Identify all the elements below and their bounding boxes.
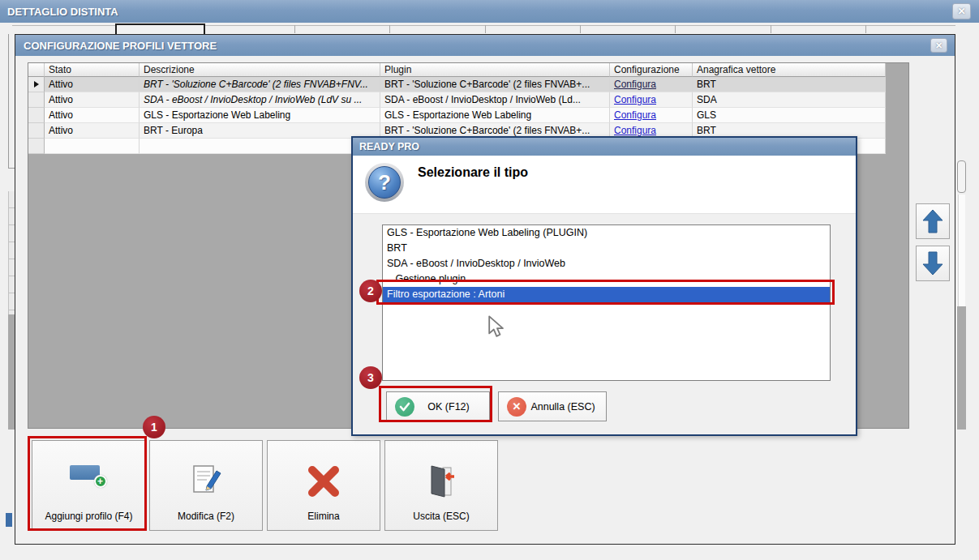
header-selector [28, 63, 45, 77]
delete-label: Elimina [307, 511, 339, 522]
header-stato[interactable]: Stato [45, 63, 140, 77]
listbox-option-selected[interactable]: Filtro esportazione : Artoni [383, 287, 830, 302]
type-listbox[interactable]: GLS - Esportazione Web Labeling (PLUGIN)… [382, 224, 831, 381]
cancel-label: Annulla (ESC) [526, 401, 606, 413]
background-button-fragment [6, 513, 12, 527]
ok-button[interactable]: OK (F12) [386, 391, 490, 421]
config-dialog-title: CONFIGURAZIONE PROFILI VETTORE [24, 40, 217, 52]
cancel-button[interactable]: ✕ Annulla (ESC) [498, 391, 607, 421]
edit-icon [189, 464, 223, 501]
tab-separator [580, 25, 581, 33]
question-icon: ? [365, 163, 404, 202]
window-titlebar: DETTAGLIO DISTINTA [0, 0, 979, 23]
add-profile-button[interactable]: + Aggiungi profilo (F4) [32, 440, 146, 531]
arrow-down-icon [921, 251, 944, 276]
modal-header: ? Selezionare il tipo [353, 156, 856, 214]
arrow-up-icon [921, 209, 944, 233]
cell-empty [45, 139, 140, 154]
cell-descrizione: BRT - Europa [140, 123, 380, 139]
check-icon [395, 397, 414, 417]
cell-configurazione: Configura [610, 92, 693, 108]
edit-button[interactable]: Modifica (F2) [149, 440, 263, 531]
background-panel-edge [8, 34, 9, 169]
annotation-badge-3: 3 [359, 366, 382, 389]
move-up-button[interactable] [916, 203, 950, 239]
cell-configurazione: Configura [610, 108, 693, 123]
cell-plugin: GLS - Esportazione Web Labeling [380, 108, 610, 123]
cell-stato: Attivo [45, 108, 140, 123]
exit-label: Uscita (ESC) [413, 511, 469, 522]
ok-label: OK (F12) [414, 401, 489, 413]
configura-link[interactable]: Configura [614, 125, 656, 136]
listbox-option[interactable]: BRT [383, 241, 830, 256]
cell-stato: Attivo [45, 77, 140, 92]
table-row[interactable]: Attivo GLS - Esportazione Web Labeling G… [28, 108, 908, 123]
ready-pro-modal: READY PRO ? Selezionare il tipo GLS - Es… [351, 136, 857, 436]
row-selector-cell[interactable] [28, 123, 45, 139]
cell-anagrafica: GLS [693, 108, 886, 123]
background-active-tab[interactable] [115, 24, 205, 34]
listbox-option[interactable]: SDA - eBoost / InvioDesktop / InvioWeb [383, 256, 830, 271]
table-row[interactable]: Attivo SDA - eBoost / InvioDesktop / Inv… [28, 92, 908, 108]
cancel-x-icon: ✕ [507, 397, 526, 417]
background-scrollbar-track [958, 195, 965, 306]
exit-door-icon [425, 464, 457, 502]
delete-x-icon [306, 464, 341, 502]
modal-titlebar: READY PRO [353, 138, 856, 156]
header-anagrafica-vettore[interactable]: Anagrafica vettore [693, 63, 886, 77]
cell-anagrafica: BRT [693, 77, 886, 92]
background-grid-fragment [957, 306, 966, 430]
current-row-marker-icon [34, 81, 39, 88]
modal-prompt: Selezionare il tipo [418, 165, 528, 180]
cell-stato: Attivo [45, 123, 140, 139]
tab-separator [389, 25, 390, 33]
tab-separator [485, 25, 486, 33]
add-profile-icon: + [70, 464, 109, 488]
window-close-button[interactable]: ✕ [952, 3, 971, 19]
listbox-option[interactable]: ...Gestione plugin [383, 271, 830, 287]
cell-descrizione: BRT - 'Soluzione C+Barcode' (2 files FNV… [140, 77, 380, 92]
header-descrizione[interactable]: Descrizione [140, 63, 380, 77]
tab-separator [675, 25, 676, 33]
cell-descrizione: GLS - Esportazione Web Labeling [140, 108, 380, 123]
header-configurazione[interactable]: Configurazione [610, 63, 693, 77]
configura-link[interactable]: Configura [614, 94, 656, 105]
configura-link[interactable]: Configura [614, 79, 656, 90]
tab-separator [771, 25, 771, 33]
window-title: DETTAGLIO DISTINTA [7, 6, 118, 18]
configura-link[interactable]: Configura [614, 109, 656, 121]
modal-title: READY PRO [359, 141, 419, 152]
row-selector-cell[interactable] [28, 139, 45, 154]
config-dialog-close-button[interactable]: ✕ [930, 38, 947, 53]
row-selector-cell[interactable] [28, 77, 45, 92]
table-header-row: Stato Descrizione Plugin Configurazione … [28, 63, 908, 77]
delete-button[interactable]: Elimina [267, 440, 380, 531]
cell-empty [140, 139, 380, 154]
header-plugin[interactable]: Plugin [380, 63, 610, 77]
cell-anagrafica: SDA [693, 92, 886, 108]
annotation-badge-2: 2 [359, 280, 382, 302]
cell-descrizione: SDA - eBoost / InvioDesktop / InvioWeb (… [140, 92, 380, 108]
background-grid-fragment [8, 314, 15, 430]
annotation-badge-1: 1 [143, 416, 165, 438]
tab-separator [294, 25, 295, 33]
row-selector-cell[interactable] [28, 92, 45, 108]
cell-stato: Attivo [45, 92, 140, 108]
background-scrollbar-thumb[interactable] [957, 160, 966, 193]
exit-button[interactable]: Uscita (ESC) [384, 440, 498, 531]
table-row[interactable]: Attivo BRT - 'Soluzione C+Barcode' (2 fi… [28, 77, 908, 92]
listbox-option[interactable]: GLS - Esportazione Web Labeling (PLUGIN) [383, 225, 830, 241]
background-grid-fragment [8, 191, 15, 314]
tab-separator [865, 25, 866, 33]
app-window: DETTAGLIO DISTINTA ✕ CONFIGURAZIONE PROF… [0, 0, 979, 560]
cell-plugin: BRT - 'Soluzione C+Barcode' (2 files FNV… [380, 77, 610, 92]
add-profile-label: Aggiungi profilo (F4) [45, 511, 132, 522]
edit-label: Modifica (F2) [178, 511, 234, 522]
row-selector-cell[interactable] [28, 108, 45, 123]
cell-configurazione: Configura [610, 77, 693, 92]
move-down-button[interactable] [916, 246, 950, 281]
cell-plugin: SDA - eBoost / InvioDesktop / InvioWeb (… [380, 92, 610, 108]
config-dialog-titlebar: CONFIGURAZIONE PROFILI VETTORE [15, 35, 955, 56]
